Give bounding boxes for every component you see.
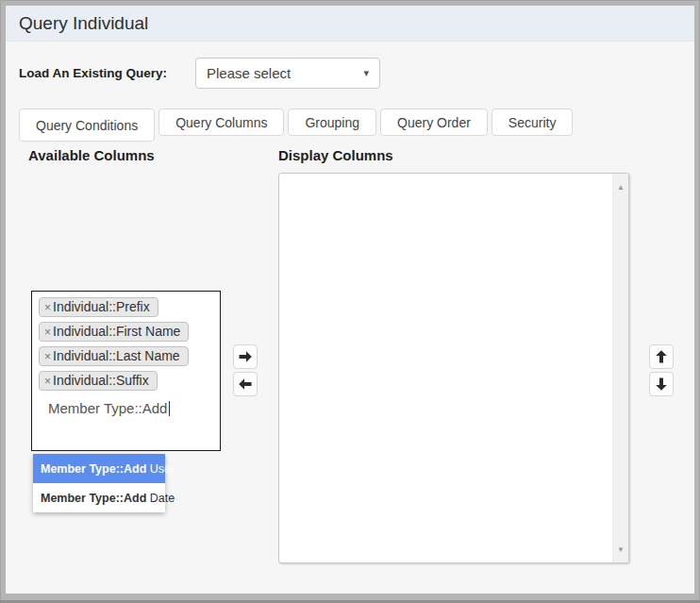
move-up-button[interactable] bbox=[649, 344, 674, 369]
tab-grouping[interactable]: Grouping bbox=[288, 109, 376, 136]
scroll-down-icon[interactable]: ▼ bbox=[613, 540, 628, 559]
chevron-down-icon: ▾ bbox=[363, 67, 369, 79]
arrow-up-icon bbox=[654, 349, 669, 364]
suggestion-rest-text: User bbox=[146, 462, 175, 476]
window-frame: Query Individual Load An Existing Query:… bbox=[0, 0, 700, 603]
suggestion-option-add-date[interactable]: Member Type::Add Date bbox=[33, 483, 165, 512]
move-down-button[interactable] bbox=[649, 372, 674, 396]
tag-label: Individual::Last Name bbox=[53, 348, 180, 363]
tab-query-columns[interactable]: Query Columns bbox=[158, 109, 284, 136]
selected-tag[interactable]: ×Individual::First Name bbox=[39, 322, 189, 342]
display-columns-label: Display Columns bbox=[278, 147, 393, 163]
available-columns-multiselect[interactable]: ×Individual::Prefix ×Individual::First N… bbox=[31, 291, 221, 451]
order-buttons bbox=[649, 344, 674, 396]
suggestion-match-text: Member Type::Add bbox=[41, 492, 146, 505]
selected-tag[interactable]: ×Individual::Prefix bbox=[39, 297, 158, 317]
arrow-right-icon bbox=[238, 349, 253, 364]
remove-tag-icon[interactable]: × bbox=[44, 375, 51, 388]
move-left-button[interactable] bbox=[233, 372, 258, 396]
suggestion-option-add-user[interactable]: Member Type::Add User bbox=[33, 454, 165, 483]
query-builder-panel: Query Individual Load An Existing Query:… bbox=[6, 6, 694, 594]
tab-query-order[interactable]: Query Order bbox=[380, 109, 488, 136]
tab-bar: Query Conditions Query Columns Grouping … bbox=[19, 109, 576, 142]
remove-tag-icon[interactable]: × bbox=[44, 326, 51, 339]
transfer-buttons bbox=[233, 344, 258, 396]
tag-label: Individual::Prefix bbox=[53, 299, 150, 314]
selected-tag[interactable]: ×Individual::Suffix bbox=[39, 371, 158, 391]
remove-tag-icon[interactable]: × bbox=[44, 350, 51, 363]
tag-label: Individual::Suffix bbox=[53, 373, 149, 388]
existing-query-select[interactable]: Please select ▾ bbox=[195, 58, 380, 89]
suggestion-dropdown: Member Type::Add User Member Type::Add D… bbox=[33, 454, 165, 512]
suggestion-match-text: Member Type::Add bbox=[41, 462, 146, 476]
text-caret bbox=[169, 401, 170, 416]
scrollbar[interactable]: ▲ ▼ bbox=[612, 174, 628, 562]
selected-query-value: Please select bbox=[207, 65, 291, 81]
available-columns-label: Available Columns bbox=[28, 147, 155, 163]
remove-tag-icon[interactable]: × bbox=[44, 301, 51, 314]
load-query-label: Load An Existing Query: bbox=[19, 66, 195, 80]
move-right-button[interactable] bbox=[233, 344, 258, 369]
arrow-down-icon bbox=[654, 377, 669, 392]
arrow-left-icon bbox=[238, 377, 253, 392]
tab-query-conditions[interactable]: Query Conditions bbox=[19, 109, 155, 142]
load-existing-query-row: Load An Existing Query: Please select ▾ bbox=[19, 58, 380, 89]
panel-header: Query Individual bbox=[6, 6, 694, 42]
tag-search-input[interactable]: Member Type::Add bbox=[48, 400, 215, 416]
tab-security[interactable]: Security bbox=[492, 109, 574, 136]
tag-label: Individual::First Name bbox=[53, 324, 180, 339]
tag-search-value: Member Type::Add bbox=[48, 400, 167, 416]
page-title: Query Individual bbox=[19, 13, 148, 34]
selected-tag[interactable]: ×Individual::Last Name bbox=[39, 346, 189, 366]
scroll-up-icon[interactable]: ▲ bbox=[613, 177, 628, 196]
display-columns-listbox[interactable]: ▲ ▼ bbox=[278, 173, 629, 563]
suggestion-rest-text: Date bbox=[146, 492, 175, 505]
